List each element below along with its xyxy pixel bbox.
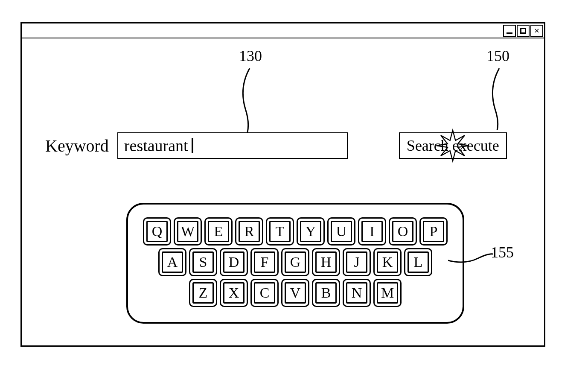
keyword-value: restaurant [124, 136, 188, 155]
key-p[interactable]: P [419, 217, 448, 246]
on-screen-keyboard: QWERTYUIOP ASDFGHJKL ZXCVBNM [126, 203, 464, 324]
key-label: N [352, 285, 362, 301]
key-r[interactable]: R [235, 217, 263, 246]
key-l[interactable]: L [404, 248, 432, 276]
callout-label-155: 155 [491, 243, 514, 261]
key-label: G [290, 254, 301, 270]
key-u[interactable]: U [327, 217, 355, 246]
key-i[interactable]: I [358, 217, 386, 246]
key-label: V [290, 285, 301, 301]
keyword-input[interactable]: restaurant [117, 132, 348, 159]
search-button-label: Search execute [407, 137, 499, 155]
key-label: Q [152, 223, 163, 240]
key-label: H [321, 254, 332, 270]
key-s[interactable]: S [189, 248, 217, 276]
search-execute-button[interactable]: Search execute [399, 132, 507, 159]
keyword-label: Keyword [45, 136, 109, 156]
key-w[interactable]: W [174, 217, 202, 246]
maximize-button[interactable] [517, 25, 530, 37]
key-y[interactable]: Y [297, 217, 325, 246]
key-label: M [381, 285, 394, 301]
key-x[interactable]: X [220, 279, 248, 307]
key-z[interactable]: Z [189, 279, 217, 307]
callout-label-150: 150 [486, 47, 509, 65]
key-label: D [229, 254, 239, 270]
key-label: S [199, 254, 207, 270]
close-button[interactable]: × [530, 25, 543, 37]
key-label: T [276, 223, 285, 240]
key-label: U [336, 223, 347, 240]
key-label: O [398, 223, 408, 240]
key-t[interactable]: T [266, 217, 294, 246]
search-row: Keyword restaurant Search execute [45, 132, 507, 159]
key-label: I [370, 223, 374, 240]
callout-label-130: 130 [239, 47, 262, 65]
key-label: P [430, 223, 438, 240]
key-label: A [167, 254, 178, 270]
key-label: R [245, 223, 254, 240]
keyboard-row-3: ZXCVBNM [143, 279, 448, 307]
key-label: Z [199, 285, 208, 301]
keyboard-row-2: ASDFGHJKL [143, 248, 448, 276]
key-label: K [382, 254, 393, 270]
key-m[interactable]: M [373, 279, 402, 307]
key-f[interactable]: F [250, 248, 279, 276]
minimize-button[interactable] [503, 25, 516, 37]
key-v[interactable]: V [281, 279, 309, 307]
key-g[interactable]: G [281, 248, 309, 276]
key-o[interactable]: O [389, 217, 417, 246]
key-label: C [260, 285, 270, 301]
key-h[interactable]: H [312, 248, 340, 276]
key-n[interactable]: N [343, 279, 371, 307]
key-k[interactable]: K [373, 248, 402, 276]
key-j[interactable]: J [343, 248, 371, 276]
key-label: B [321, 285, 331, 301]
key-label: E [214, 223, 223, 240]
key-label: W [181, 223, 195, 240]
key-label: F [261, 254, 269, 270]
key-d[interactable]: D [220, 248, 248, 276]
key-label: X [229, 285, 239, 301]
keyboard-row-1: QWERTYUIOP [143, 217, 448, 246]
key-label: J [354, 254, 359, 270]
key-c[interactable]: C [250, 279, 279, 307]
key-a[interactable]: A [158, 248, 186, 276]
key-label: L [414, 254, 423, 270]
key-b[interactable]: B [312, 279, 340, 307]
app-window: × Keyword restaurant Search execute QWER… [20, 22, 545, 347]
text-cursor-icon [192, 138, 193, 153]
titlebar: × [22, 23, 544, 38]
key-e[interactable]: E [204, 217, 233, 246]
key-label: Y [306, 223, 316, 240]
key-q[interactable]: Q [143, 217, 171, 246]
